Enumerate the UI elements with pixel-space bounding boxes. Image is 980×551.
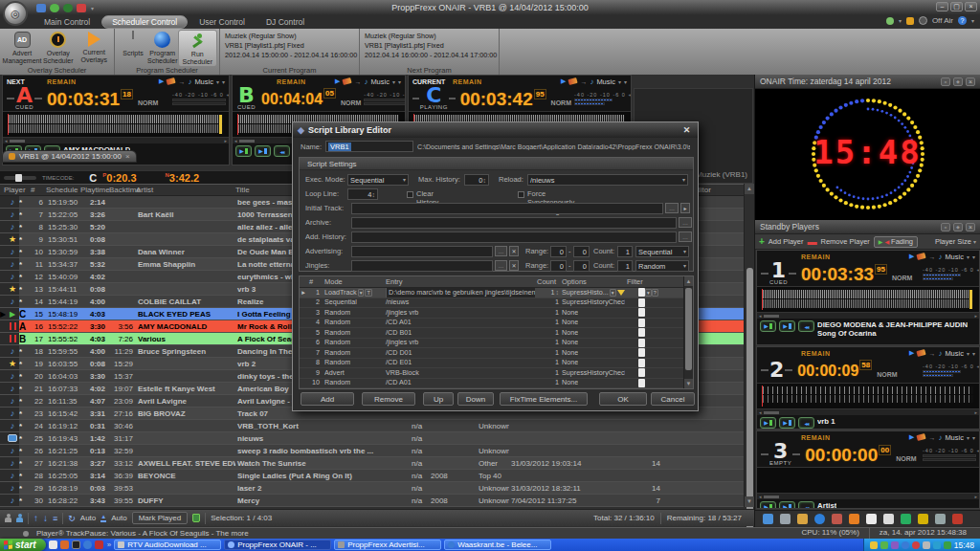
playlist-row[interactable]: ♪ * 29 16:28:19 0:03 39:53 laser 2 n/a U… (0, 482, 744, 495)
taskbar-window-advert[interactable]: ProppFrexx Advertisi... (334, 540, 441, 550)
scripts-button[interactable]: Scripts (119, 30, 147, 67)
rewind-button[interactable]: ◂◂ (274, 145, 290, 157)
play-pause-button[interactable]: ▶ (235, 145, 252, 157)
chevron-down-icon[interactable]: ▾ (972, 350, 975, 357)
play-stop-button[interactable]: ▶ (779, 320, 795, 332)
close-icon[interactable]: × (966, 223, 975, 231)
chevron-down-icon[interactable]: ▾ (618, 78, 621, 85)
remove-player-button[interactable]: Remove Player (821, 237, 870, 246)
scroll-up-icon[interactable]: ▲ (745, 184, 754, 194)
user-icon[interactable] (918, 514, 928, 524)
playlist-row[interactable]: ♪ * 27 16:21:38 3:27 33:12 AXWELL FEAT. … (0, 457, 744, 470)
dialog-titlebar[interactable]: ◆ Script Library Editor ✕ (293, 122, 698, 138)
taskbar-window-rtv[interactable]: RTV AudioDownload ... (114, 540, 221, 550)
fading-button[interactable]: ▶◀Fading (874, 236, 918, 248)
mode-select[interactable]: Music (945, 253, 964, 261)
range-from-input[interactable]: 0 (550, 260, 567, 272)
archive-input[interactable] (351, 217, 677, 229)
advert-management-button[interactable]: ADAdvertManagement (4, 30, 40, 65)
browse-button[interactable]: … (665, 203, 679, 213)
range-to-input[interactable]: 0 (573, 246, 590, 257)
scroll-thumb[interactable] (746, 268, 753, 536)
quicklaunch-pdf-icon[interactable] (95, 540, 103, 549)
waveform[interactable] (757, 467, 979, 494)
playlist-row[interactable]: ♪ * 28 16:25:05 3:14 36:39 BEYONCE Singl… (0, 470, 744, 482)
users-icon[interactable] (763, 514, 773, 524)
advertising-input[interactable] (351, 246, 493, 257)
current-overlays-button[interactable]: CurrentOverlays (77, 30, 113, 65)
edit-icon[interactable] (917, 349, 926, 357)
adv-mode-select[interactable]: Sequential▾ (635, 246, 689, 257)
browse-button[interactable]: … (495, 260, 507, 271)
onair-time-titlebar[interactable]: ONAIR Time: zaterdag 14 april 2012 ▫⌖× (755, 75, 980, 89)
edit-icon[interactable] (917, 253, 926, 260)
track-pause-icon[interactable] (5, 514, 11, 522)
auto-eject-icon[interactable]: ▲ (100, 515, 106, 522)
script-row[interactable]: 8 Random▾T /CD E01…Type 1↕ None▾ ▾? (300, 359, 693, 369)
search-icon[interactable] (780, 514, 791, 524)
play-pause-button[interactable]: ▶ (760, 501, 776, 509)
play-stop-button[interactable]: ▶ (779, 417, 795, 429)
quicklaunch-ie-icon[interactable] (83, 540, 92, 549)
pin-icon[interactable]: ⌖ (953, 223, 963, 231)
tray-icon[interactable] (902, 541, 909, 549)
home-icon[interactable] (849, 514, 859, 524)
rewind-button[interactable]: ◂◂ (798, 320, 814, 332)
add-icon[interactable]: + (759, 236, 765, 247)
add-button[interactable]: Add (301, 392, 354, 406)
playlist-row[interactable]: ♪ * 30 16:28:22 3:43 39:55 DUFFY Mercy n… (0, 495, 744, 507)
lock-icon[interactable] (906, 17, 914, 25)
sort-icon[interactable]: ≡ (53, 514, 57, 523)
timecode-slider[interactable] (4, 176, 36, 180)
chevron-down-icon[interactable]: ▾ (222, 78, 225, 85)
hourglass-icon[interactable] (935, 514, 946, 524)
play-pause-button[interactable]: ▶ (760, 417, 776, 429)
onair-globe-icon[interactable] (919, 16, 927, 25)
tray-shield-icon[interactable] (944, 541, 951, 549)
col-entry[interactable]: Entry (384, 276, 535, 287)
mode-select[interactable]: Music (945, 349, 964, 358)
script-row[interactable]: 4 Random▾T /CD A01…Type 1↕ None▾ ▾? (300, 319, 693, 329)
user-icon[interactable] (886, 17, 894, 25)
start-button[interactable]: start (0, 539, 46, 551)
add-player-button[interactable]: Add Player (768, 237, 804, 246)
col-filter[interactable]: Filter (625, 276, 683, 287)
clear-icon[interactable]: ✕ (509, 246, 519, 256)
remove-icon[interactable]: ▬ (808, 236, 817, 247)
fixtime-elements-button[interactable]: FixTime Elements... (500, 392, 588, 406)
clipboard-icon[interactable] (832, 514, 842, 524)
minimize-button[interactable]: – (936, 2, 948, 11)
rewind-button[interactable]: ◂◂ (798, 417, 814, 429)
play-icon[interactable]: ▶ (335, 77, 340, 85)
loop-line-input[interactable]: 4↕ (347, 188, 378, 200)
help-icon[interactable]: ? (958, 16, 967, 25)
file-icon[interactable] (866, 514, 877, 524)
jin-mode-select[interactable]: Random▾ (635, 260, 689, 272)
exec-mode-select[interactable]: Sequential▾ (347, 174, 409, 186)
play-pause-button[interactable]: ▶ (760, 320, 776, 332)
script-row[interactable]: 9 Advert▾T VRB-Block…Type 1↕ SupressHist… (300, 368, 693, 379)
overlay-scheduler-button[interactable]: OverlayScheduler (40, 30, 77, 65)
pin-icon[interactable]: ⌖ (953, 77, 963, 86)
maximize-button[interactable]: ▢ (950, 2, 963, 11)
library-icon[interactable] (797, 514, 808, 524)
chevron-down-icon[interactable]: ▾ (624, 78, 627, 85)
chevron-down-icon[interactable]: ▾ (972, 253, 975, 260)
chevron-down-icon[interactable]: ▾ (967, 350, 969, 357)
browse-button[interactable]: … (495, 246, 507, 256)
close-icon[interactable]: × (966, 77, 975, 86)
cancel-button[interactable]: Cancel (651, 392, 695, 406)
tray-icon[interactable] (912, 541, 920, 549)
max-history-input[interactable]: 0↕ (464, 174, 489, 186)
move-up-icon[interactable]: ↑ (33, 513, 38, 523)
playlist-row[interactable]: ♪ * 24 16:19:12 0:31 30:46 VRB_TOTH_Kort… (0, 420, 744, 432)
reload-input[interactable]: /nieuws▾ (527, 174, 688, 186)
waveform[interactable] (757, 383, 979, 409)
play-icon[interactable]: ▸ (680, 203, 690, 213)
dj-icon[interactable] (16, 514, 23, 522)
script-row[interactable]: ▸ 1 LoadTrack▾T D:\demo marc\vrb te gebr… (300, 288, 693, 298)
player-size-select[interactable]: Player Size ▾ (935, 237, 976, 246)
dialog-close-icon[interactable]: ✕ (680, 125, 693, 135)
app-logo-icon[interactable]: ◎ (3, 1, 28, 26)
scroll-down-icon[interactable]: ▼ (745, 496, 754, 507)
